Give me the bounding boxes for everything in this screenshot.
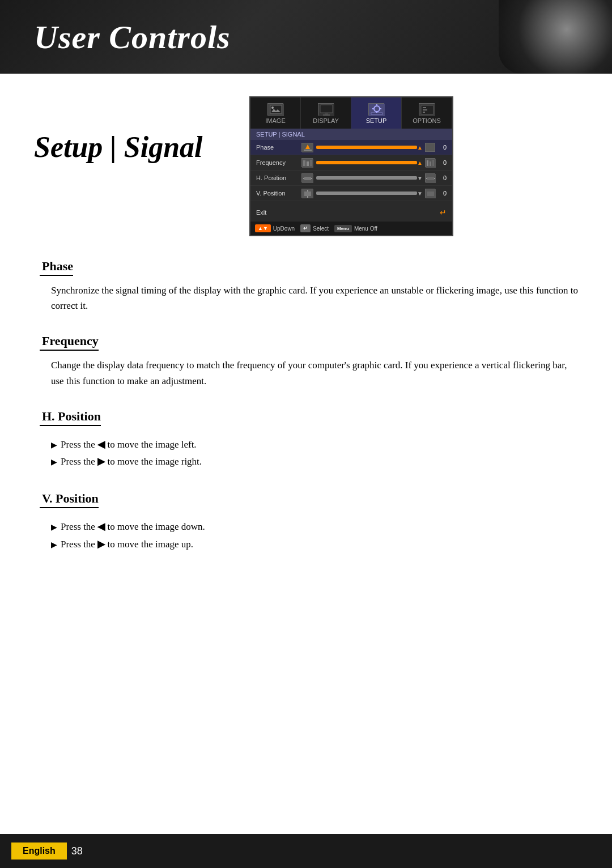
bullet-arrow-2: ▶ bbox=[51, 455, 57, 469]
svg-rect-25 bbox=[307, 161, 309, 166]
vposition-bullet-text-1: Press the ◀ to move the image down. bbox=[61, 518, 205, 536]
footer-page-number: 38 bbox=[71, 845, 83, 857]
phase-value-icon bbox=[425, 143, 435, 152]
phase-label: Phase bbox=[256, 144, 301, 151]
image-tab-label: IMAGE bbox=[265, 117, 285, 124]
phase-arrow-up: ▲ bbox=[417, 144, 423, 151]
frequency-slider bbox=[316, 161, 417, 164]
svg-rect-22 bbox=[304, 150, 312, 151]
phase-section-title: Phase bbox=[40, 259, 73, 276]
osd-tab-setup: SETUP bbox=[351, 97, 402, 129]
osd-tab-image: IMAGE bbox=[250, 97, 301, 129]
frequency-label: Frequency bbox=[256, 159, 301, 166]
hposition-slider-track bbox=[316, 176, 417, 180]
frequency-value: 0 bbox=[437, 159, 447, 166]
hposition-slider bbox=[316, 176, 417, 180]
header-lens-image bbox=[499, 0, 612, 74]
svg-rect-29 bbox=[430, 161, 431, 166]
svg-rect-30 bbox=[432, 160, 434, 166]
top-section: Setup | Signal bbox=[34, 96, 578, 236]
phase-slider-track bbox=[316, 146, 417, 149]
options-tab-icon bbox=[419, 103, 435, 116]
osd-breadcrumb: SETUP | SIGNAL bbox=[250, 129, 452, 140]
vposition-bullet-text-2: Press the ▶ to move the image up. bbox=[61, 536, 193, 554]
updown-btn: ▲▼ bbox=[255, 224, 271, 232]
osd-menu: IMAGE DISPLAY bbox=[249, 96, 453, 236]
phase-slider bbox=[316, 146, 417, 149]
hposition-label: H. Position bbox=[256, 175, 301, 181]
osd-exit-row: Exit ↵ bbox=[250, 201, 452, 222]
setup-tab-label: SETUP bbox=[366, 117, 387, 124]
vposition-slider-track bbox=[316, 192, 417, 195]
lens-graphic bbox=[499, 0, 612, 74]
select-btn: ↵ bbox=[300, 224, 311, 232]
hposition-bullet-text-2: Press the ▶ to move the image right. bbox=[61, 453, 202, 471]
hposition-value-icon bbox=[425, 173, 435, 182]
bullet-arrow-1: ▶ bbox=[51, 438, 57, 452]
svg-rect-36 bbox=[427, 177, 434, 180]
osd-nav-select: ↵ Select bbox=[300, 224, 329, 232]
vposition-slider bbox=[316, 192, 417, 195]
section-hposition: H. Position ▶ Press the ◀ to move the im… bbox=[34, 409, 578, 471]
hposition-value: 0 bbox=[437, 175, 447, 181]
vposition-value-icon bbox=[425, 189, 435, 198]
osd-row-frequency: Frequency ▲ bbox=[250, 155, 452, 171]
exit-label: Exit bbox=[256, 209, 266, 216]
page-header: User Controls bbox=[0, 0, 612, 74]
frequency-section-title: Frequency bbox=[40, 334, 99, 351]
bullet-arrow-3: ▶ bbox=[51, 520, 57, 534]
display-tab-icon bbox=[318, 103, 334, 116]
section-frequency: Frequency Change the display data freque… bbox=[34, 334, 578, 388]
phase-value: 0 bbox=[437, 144, 447, 151]
menu-label: Menu Off bbox=[354, 225, 377, 232]
vposition-label: V. Position bbox=[256, 190, 301, 197]
osd-row-hposition: H. Position ▼ bbox=[250, 171, 452, 186]
hposition-bullet-list: ▶ Press the ◀ to move the image left. ▶ … bbox=[34, 436, 578, 471]
frequency-arrow: ▲ bbox=[417, 160, 423, 166]
osd-tab-display: DISPLAY bbox=[301, 97, 351, 129]
svg-rect-24 bbox=[303, 160, 305, 166]
svg-rect-44 bbox=[427, 192, 434, 196]
svg-rect-32 bbox=[304, 177, 311, 180]
osd-bottom-bar: ▲▼ UpDown ↵ Select Menu Menu Off bbox=[250, 222, 452, 235]
phase-row-icon bbox=[301, 143, 313, 152]
hposition-arrow: ▼ bbox=[417, 175, 423, 181]
display-tab-label: DISPLAY bbox=[313, 117, 339, 124]
setup-tab-icon bbox=[368, 103, 384, 116]
osd-nav-menu: Menu Menu Off bbox=[334, 224, 377, 232]
page-footer: English 38 bbox=[0, 834, 612, 868]
svg-rect-40 bbox=[304, 192, 311, 196]
svg-rect-7 bbox=[323, 114, 330, 116]
osd-container: IMAGE DISPLAY bbox=[249, 96, 578, 236]
frequency-row-icon bbox=[301, 158, 313, 167]
vposition-bullet-2: ▶ Press the ▶ to move the image up. bbox=[51, 536, 578, 554]
vposition-value: 0 bbox=[437, 190, 447, 197]
hposition-bullet-2: ▶ Press the ▶ to move the image right. bbox=[51, 453, 578, 471]
vposition-bullet-1: ▶ Press the ◀ to move the image down. bbox=[51, 518, 578, 536]
hposition-bullet-text-1: Press the ◀ to move the image left. bbox=[61, 436, 197, 454]
options-tab-label: OPTIONS bbox=[413, 117, 441, 124]
select-label: Select bbox=[313, 225, 329, 232]
vposition-arrow: ▼ bbox=[417, 190, 423, 197]
menu-btn: Menu bbox=[334, 225, 352, 232]
svg-rect-5 bbox=[320, 105, 333, 113]
hposition-bullet-1: ▶ Press the ◀ to move the image left. bbox=[51, 436, 578, 454]
phase-section-body: Synchronize the signal timing of the dis… bbox=[34, 283, 578, 313]
setup-signal-label: Setup | Signal bbox=[34, 96, 238, 164]
svg-rect-28 bbox=[427, 160, 428, 166]
osd-tabs: IMAGE DISPLAY bbox=[250, 97, 452, 129]
updown-label: UpDown bbox=[273, 225, 295, 232]
osd-row-vposition: V. Position ▼ bbox=[250, 186, 452, 201]
enter-icon: ↵ bbox=[440, 208, 447, 217]
vposition-bullet-list: ▶ Press the ◀ to move the image down. ▶ … bbox=[34, 518, 578, 553]
main-content: Setup | Signal bbox=[0, 74, 612, 607]
image-tab-icon bbox=[267, 103, 283, 116]
svg-rect-26 bbox=[310, 160, 312, 166]
hposition-row-icon bbox=[301, 173, 313, 182]
osd-row-phase: Phase ▲ 0 bbox=[250, 140, 452, 155]
bullet-arrow-4: ▶ bbox=[51, 538, 57, 552]
page-title: User Controls bbox=[34, 18, 231, 56]
frequency-section-body: Change the display data frequency to mat… bbox=[34, 358, 578, 388]
vposition-section-title: V. Position bbox=[40, 491, 99, 508]
osd-tab-options: OPTIONS bbox=[402, 97, 452, 129]
